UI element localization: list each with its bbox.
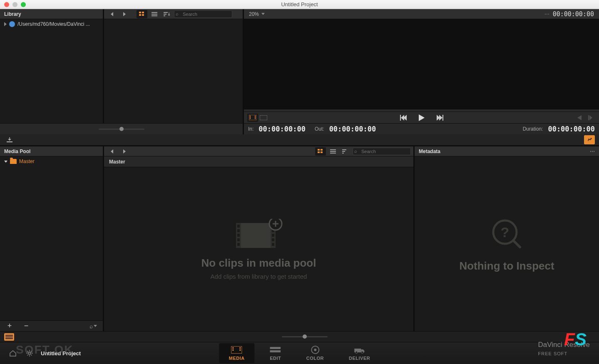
library-row: Library /Users/md760/Movies/DaVinci ... … (0, 9, 599, 123)
close-window-icon[interactable] (4, 2, 9, 7)
mediapool-search-input[interactable] (353, 148, 411, 155)
audio-panel-button[interactable] (584, 135, 595, 144)
svg-rect-50 (231, 346, 242, 354)
svg-rect-29 (330, 153, 336, 154)
master-bin-item[interactable]: Master (0, 156, 103, 166)
mediapool-empty-state[interactable]: No clips in media pool Add clips from li… (104, 167, 413, 331)
jump-prev-button[interactable] (398, 114, 409, 122)
viewer-options-icon[interactable]: ⋯ (544, 11, 549, 17)
metadata-empty-state: ? Nothing to Inspect (415, 156, 599, 331)
out-timecode[interactable]: 00:00:00:00 (329, 125, 376, 133)
bin-back-button[interactable] (107, 147, 117, 156)
mediapool-search[interactable]: ⌕ (353, 148, 411, 155)
svg-rect-40 (237, 243, 240, 246)
tab-media[interactable]: MEDIA (219, 343, 255, 363)
tab-color[interactable]: COLOR (306, 346, 324, 361)
nav-forward-button[interactable] (119, 10, 130, 18)
library-search[interactable]: ⌕ (174, 10, 232, 18)
mediapool-toolbar: ⌕ (104, 146, 413, 156)
svg-rect-30 (342, 149, 346, 150)
viewer-top-bar: 20% ⋯ 00:00:00:00 (244, 9, 599, 19)
svg-rect-45 (272, 243, 274, 246)
search-icon: ⌕ (176, 11, 179, 16)
jump-next-button[interactable] (435, 114, 445, 122)
metadata-options-icon[interactable]: ⋯ (590, 149, 595, 154)
remove-bin-button[interactable]: − (21, 322, 32, 330)
bin-sort-button[interactable] (340, 147, 351, 156)
sort-button[interactable] (162, 10, 172, 18)
tab-deliver[interactable]: DELIVER (349, 346, 370, 361)
in-timecode[interactable]: 00:00:00:00 (258, 125, 306, 133)
svg-rect-27 (330, 149, 336, 150)
svg-rect-56 (270, 350, 281, 352)
zoom-menu[interactable]: 20% (249, 11, 265, 17)
svg-rect-38 (237, 234, 240, 237)
bin-forward-button[interactable] (119, 147, 130, 156)
master-bin-label: Master (19, 158, 35, 164)
swap-layout-button[interactable] (4, 333, 14, 341)
svg-text:?: ? (500, 224, 509, 240)
tab-edit[interactable]: EDIT (270, 346, 281, 361)
svg-rect-12 (250, 117, 251, 118)
svg-rect-37 (237, 229, 240, 232)
mediapool-zoom-slider[interactable] (282, 334, 328, 340)
bin-search-button[interactable]: ⌕ (88, 322, 99, 330)
svg-point-22 (591, 138, 592, 139)
viewer-timecode: 00:00:00:00 (553, 10, 594, 18)
edit-icon (270, 346, 281, 354)
library-zoom-slider[interactable] (84, 126, 159, 132)
add-bin-button[interactable]: + (4, 322, 15, 330)
viewer-canvas[interactable] (244, 19, 599, 109)
svg-rect-32 (342, 153, 344, 154)
svg-rect-23 (318, 149, 320, 151)
out-label: Out: (315, 126, 324, 132)
library-browser-area[interactable] (104, 19, 243, 123)
import-button[interactable] (4, 136, 15, 144)
minimize-window-icon (12, 2, 17, 7)
svg-rect-36 (237, 225, 240, 228)
svg-rect-20 (588, 115, 589, 120)
zoom-window-icon[interactable] (21, 2, 26, 7)
disclosure-icon[interactable] (4, 161, 7, 163)
metadata-header: Metadata (419, 149, 440, 154)
svg-rect-24 (321, 149, 323, 151)
bin-title: Master (104, 156, 413, 167)
in-label: In: (248, 126, 254, 132)
svg-rect-6 (152, 15, 157, 16)
disclosure-icon[interactable] (4, 22, 7, 26)
thumbnail-view-button[interactable] (137, 10, 147, 18)
duration-label: Duration: (523, 126, 543, 132)
svg-rect-52 (233, 349, 234, 351)
bin-list-view-button[interactable] (328, 147, 338, 156)
library-tree-panel: Library /Users/md760/Movies/DaVinci ... (0, 9, 103, 123)
svg-rect-54 (240, 349, 241, 351)
prev-clip-button[interactable] (574, 114, 585, 122)
library-search-input[interactable] (174, 10, 232, 18)
svg-rect-5 (152, 14, 157, 15)
svg-rect-59 (355, 349, 361, 352)
bin-thumbnail-view-button[interactable] (315, 147, 326, 156)
duration-timecode: 00:00:00:00 (548, 125, 595, 133)
library-path-item[interactable]: /Users/md760/Movies/DaVinci ... (0, 19, 103, 29)
svg-point-47 (493, 220, 517, 244)
svg-rect-11 (250, 116, 251, 116)
nav-back-button[interactable] (107, 10, 117, 18)
source-mode-button[interactable] (247, 114, 258, 122)
deliver-icon (354, 346, 365, 354)
watermark-fs: FS (564, 329, 587, 349)
timeline-mode-button[interactable] (258, 114, 269, 122)
mediapool-row: Media Pool Master + − ⌕ (0, 146, 599, 331)
color-icon (309, 346, 321, 354)
library-path-label: /Users/md760/Movies/DaVinci ... (17, 21, 90, 27)
svg-rect-18 (400, 115, 401, 121)
svg-rect-10 (249, 115, 256, 120)
window-title: Untitled Project (0, 1, 599, 7)
play-button[interactable] (416, 114, 427, 122)
list-view-button[interactable] (149, 10, 160, 18)
next-clip-button[interactable] (585, 114, 596, 122)
svg-rect-33 (236, 223, 276, 248)
empty-title: No clips in media pool (201, 257, 316, 270)
library-header: Library (0, 9, 103, 19)
svg-rect-2 (139, 14, 141, 16)
svg-rect-41 (272, 225, 274, 228)
